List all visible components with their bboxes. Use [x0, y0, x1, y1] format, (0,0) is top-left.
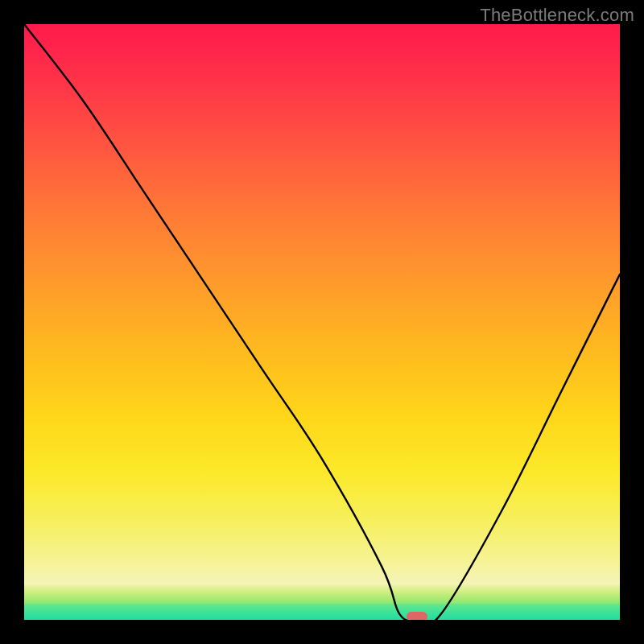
- plot-area: [24, 24, 620, 620]
- chart-frame: TheBottleneck.com: [0, 0, 644, 644]
- watermark-text: TheBottleneck.com: [480, 5, 634, 26]
- optimum-marker-icon: [407, 612, 427, 620]
- curve-path: [24, 24, 620, 620]
- bottleneck-curve: [24, 24, 620, 620]
